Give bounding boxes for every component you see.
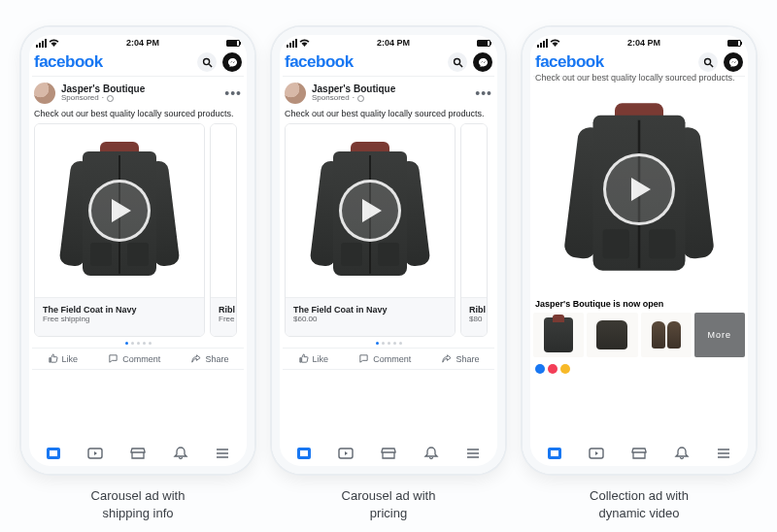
reaction-love-icon — [548, 364, 557, 374]
comment-icon — [108, 353, 118, 364]
phones-row: 2:04 PM facebook Jasper's Boutique S — [0, 0, 777, 474]
tab-watch[interactable] — [588, 446, 605, 461]
card-media — [211, 124, 236, 297]
card-subtitle: Free shipping — [43, 315, 196, 323]
svg-line-1 — [209, 64, 212, 67]
tab-bar — [32, 440, 244, 463]
post-actions: Like Comment Share — [283, 348, 494, 370]
status-time: 2:04 PM — [377, 38, 410, 48]
messenger-button[interactable] — [222, 52, 242, 72]
collection-tile-jacket[interactable] — [533, 313, 584, 357]
svg-point-10 — [704, 58, 710, 64]
like-button[interactable]: Like — [48, 353, 79, 364]
play-icon[interactable] — [88, 180, 151, 242]
tab-home[interactable] — [45, 446, 62, 461]
tab-marketplace[interactable] — [129, 446, 147, 461]
collection-grid: More — [533, 313, 745, 361]
status-bar: 2:04 PM — [533, 37, 745, 50]
facebook-logo: facebook — [285, 52, 354, 72]
status-time: 2:04 PM — [627, 38, 660, 48]
messenger-icon — [227, 57, 238, 68]
carousel-card-peek[interactable]: Ribl Free — [210, 123, 237, 337]
tab-watch[interactable] — [337, 446, 355, 461]
tab-menu[interactable] — [715, 446, 732, 461]
advertiser-avatar[interactable] — [285, 83, 306, 104]
signal-icon — [287, 39, 297, 48]
svg-point-5 — [454, 58, 459, 64]
phone-collection: 2:04 PM facebook Check out our best qual… — [523, 27, 756, 474]
card-media[interactable] — [35, 124, 204, 297]
messenger-button[interactable] — [473, 52, 492, 72]
tab-bar — [283, 440, 494, 463]
carousel[interactable]: The Field Coat in Navy $60.00 Ribl $80 — [283, 123, 494, 337]
share-button[interactable]: Share — [441, 353, 479, 364]
tab-marketplace[interactable] — [630, 446, 648, 461]
carousel-card[interactable]: The Field Coat in Navy $60.00 — [285, 123, 456, 337]
tab-menu[interactable] — [464, 446, 482, 461]
signal-icon — [36, 39, 47, 48]
card-media — [461, 124, 487, 297]
like-button[interactable]: Like — [298, 353, 329, 364]
play-icon[interactable] — [603, 153, 675, 225]
share-button[interactable]: Share — [190, 353, 228, 364]
play-icon[interactable] — [339, 180, 401, 242]
collection-tile-sweater[interactable] — [587, 313, 637, 357]
carousel[interactable]: The Field Coat in Navy Free shipping Rib… — [32, 123, 244, 337]
post-body-text: Check out our best quality locally sourc… — [32, 106, 244, 123]
comment-icon — [358, 353, 369, 364]
search-button[interactable] — [448, 52, 467, 72]
advertiser-avatar[interactable] — [34, 83, 55, 104]
tab-notifications[interactable] — [422, 446, 440, 461]
messenger-icon — [478, 57, 489, 68]
carousel-card[interactable]: The Field Coat in Navy Free shipping — [34, 123, 205, 337]
tab-notifications[interactable] — [673, 446, 691, 461]
reactions-bar[interactable] — [533, 361, 745, 374]
card-media[interactable] — [286, 124, 455, 297]
collection-tile-more[interactable]: More — [694, 313, 745, 357]
share-icon — [190, 353, 201, 364]
post-body-text-clipped: Check out our best quality locally sourc… — [533, 73, 745, 85]
tab-watch[interactable] — [86, 446, 104, 461]
svg-point-0 — [203, 58, 209, 64]
svg-rect-3 — [50, 450, 57, 456]
product-thumb-boots — [652, 321, 681, 349]
card-subtitle: $80 — [469, 315, 479, 323]
tab-menu[interactable] — [214, 446, 231, 461]
app-header: facebook — [32, 50, 244, 77]
card-title: The Field Coat in Navy — [293, 305, 447, 315]
search-button[interactable] — [197, 52, 217, 72]
tab-marketplace[interactable] — [380, 446, 397, 461]
battery-icon — [226, 40, 240, 47]
messenger-icon — [728, 57, 739, 68]
search-button[interactable] — [698, 52, 718, 72]
messenger-button[interactable] — [724, 52, 743, 72]
collection-title: Jasper's Boutique is now open — [533, 293, 745, 313]
collection-tile-boots[interactable] — [641, 313, 692, 357]
post-actions: Like Comment Share — [32, 348, 244, 370]
tab-notifications[interactable] — [172, 446, 189, 461]
caption-2: Carousel ad with pricing — [272, 487, 505, 521]
post-header: Jasper's Boutique Sponsored · ••• — [283, 77, 494, 106]
facebook-logo: facebook — [535, 52, 604, 72]
post-header: Jasper's Boutique Sponsored · ••• — [32, 77, 244, 106]
comment-button[interactable]: Comment — [358, 353, 411, 364]
post-more-button[interactable]: ••• — [475, 85, 492, 101]
search-icon — [202, 57, 213, 68]
tab-home[interactable] — [546, 446, 563, 461]
post-more-button[interactable]: ••• — [224, 85, 242, 101]
caption-3: Collection ad with dynamic video — [523, 487, 756, 521]
carousel-dots — [283, 337, 494, 348]
tab-home[interactable] — [295, 446, 313, 461]
reaction-like-icon — [535, 364, 545, 374]
app-header: facebook — [283, 50, 494, 77]
like-icon — [298, 353, 309, 364]
search-icon — [453, 57, 463, 68]
collection-hero[interactable] — [533, 85, 745, 293]
wifi-icon — [49, 39, 59, 48]
carousel-card-peek[interactable]: Ribl $80 — [460, 123, 488, 337]
product-thumb-jacket — [544, 317, 573, 352]
comment-button[interactable]: Comment — [108, 353, 160, 364]
phone-carousel-pricing: 2:04 PM facebook Jasper's Boutique Spons… — [272, 27, 505, 474]
card-footer: The Field Coat in Navy Free shipping — [35, 297, 204, 336]
card-footer: The Field Coat in Navy $60.00 — [286, 297, 455, 336]
